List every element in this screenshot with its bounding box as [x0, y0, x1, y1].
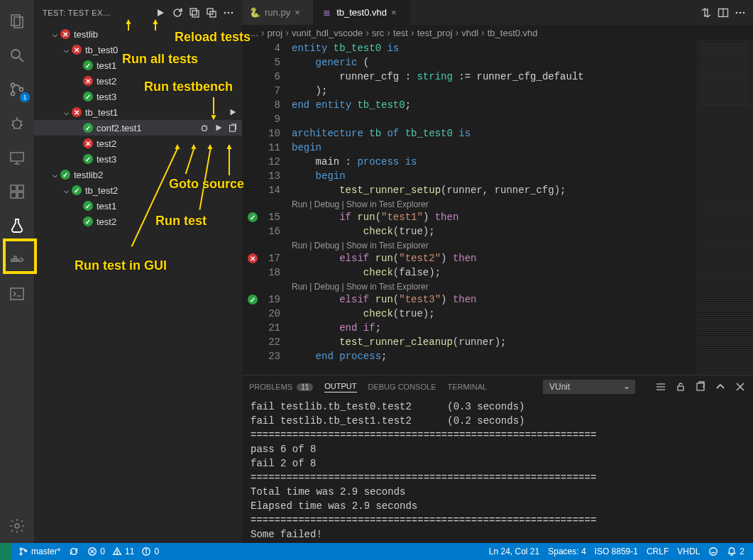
- tree-row[interactable]: ⌵✕tb_test0: [34, 42, 242, 57]
- ab-explorer-icon[interactable]: [0, 4, 34, 38]
- code-line[interactable]: 5 generic (: [263, 55, 753, 70]
- tree-row[interactable]: ✓test3: [34, 151, 242, 167]
- sb-eol[interactable]: CRLF: [642, 543, 673, 560]
- ab-extensions-icon[interactable]: [0, 175, 34, 209]
- code-line[interactable]: 19 elsif run("test3") then: [263, 292, 753, 307]
- breadcrumb-item[interactable]: ...: [251, 28, 258, 38]
- debug-test-icon[interactable]: [199, 123, 209, 133]
- code-line[interactable]: 17 elsif run("test2") then: [263, 251, 753, 265]
- codelens[interactable]: Run | Debug | Show in Test Explorer: [263, 238, 753, 251]
- sb-remote-icon[interactable]: [0, 543, 11, 560]
- collapse-icon[interactable]: [187, 5, 202, 21]
- minimap[interactable]: [696, 40, 753, 375]
- code-line[interactable]: 18 check(false);: [263, 265, 753, 280]
- code-line[interactable]: 6 runner_cfg : string := runner_cfg_defa…: [263, 70, 753, 84]
- code-line[interactable]: 4entity tb_test0 is: [263, 41, 753, 55]
- breadcrumb-item[interactable]: proj: [268, 28, 283, 38]
- breadcrumb-item[interactable]: src: [372, 28, 384, 38]
- code-line[interactable]: 8end entity tb_test0;: [263, 98, 753, 112]
- breadcrumb[interactable]: ...›proj›vunit_hdl_vscode›src›test›test_…: [242, 25, 753, 40]
- code-line[interactable]: 13 begin: [263, 169, 753, 183]
- code-line[interactable]: 9: [263, 112, 753, 126]
- problems-count: 11: [297, 383, 313, 391]
- panel-close-icon[interactable]: [735, 381, 746, 392]
- breadcrumb-item[interactable]: vhdl: [461, 28, 478, 38]
- goto-source-icon[interactable]: [228, 123, 238, 133]
- panel-maximize-icon[interactable]: [715, 381, 726, 392]
- breadcrumb-item[interactable]: test: [393, 28, 408, 38]
- ab-search-icon[interactable]: [0, 38, 34, 72]
- sb-notifications[interactable]: 2: [722, 543, 749, 560]
- code-line[interactable]: 10architecture tb of tb_test0 is: [263, 126, 753, 141]
- tree-row[interactable]: ⌵✓testlib2: [34, 167, 242, 182]
- compare-icon[interactable]: [700, 7, 712, 18]
- sb-lncol[interactable]: Ln 24, Col 21: [485, 543, 544, 560]
- sb-branch[interactable]: master*: [14, 543, 65, 560]
- ab-docker-icon[interactable]: [0, 243, 34, 277]
- split-icon[interactable]: [718, 7, 729, 18]
- tree-row[interactable]: ✓test3: [34, 89, 242, 104]
- sb-problems[interactable]: 0 11 0: [83, 543, 163, 560]
- codelens[interactable]: Run | Debug | Show in Test Explorer: [263, 197, 753, 210]
- tree-row[interactable]: ✓test1: [34, 57, 242, 73]
- codelens[interactable]: Run | Debug | Show in Test Explorer: [263, 280, 753, 292]
- tree-row[interactable]: ⌵✕tb_test1: [34, 104, 242, 120]
- close-icon[interactable]: ×: [391, 7, 402, 18]
- run-testbench-icon[interactable]: [228, 107, 238, 117]
- run-test-icon[interactable]: [214, 123, 224, 133]
- sb-encoding[interactable]: ISO 8859-1: [590, 543, 642, 560]
- panel-tab-output[interactable]: OUTPUT: [324, 382, 356, 392]
- output-body[interactable]: fail testlib.tb_test0.test2 (0.3 seconds…: [242, 398, 753, 543]
- panel-openlog-icon[interactable]: [695, 381, 706, 392]
- output-channel-select[interactable]: VUnit: [543, 380, 635, 394]
- tree-row[interactable]: ✓test1: [34, 198, 242, 214]
- panel-lock-icon[interactable]: [675, 381, 686, 392]
- ab-console-icon[interactable]: [0, 277, 34, 311]
- code-line[interactable]: 21 end if;: [263, 321, 753, 335]
- tree-row[interactable]: ✓test2: [34, 214, 242, 229]
- sb-feedback-icon[interactable]: [704, 543, 722, 560]
- panel-tab-terminal[interactable]: TERMINAL: [447, 383, 487, 391]
- ab-settings-icon[interactable]: [0, 509, 34, 543]
- test-tree[interactable]: ⌵✕testlib⌵✕tb_test0✓test1✕test2✓test3⌵✕t…: [34, 25, 242, 543]
- code-line[interactable]: 11begin: [263, 141, 753, 155]
- tree-row[interactable]: ⌵✓tb_test2: [34, 182, 242, 198]
- tree-row[interactable]: ✕test2: [34, 136, 242, 151]
- tab-more-icon[interactable]: [735, 7, 746, 18]
- pass-icon: ✓: [82, 91, 94, 102]
- ab-remote-icon[interactable]: [0, 141, 34, 175]
- tab-tb_test0.vhd[interactable]: ≣tb_test0.vhd×: [314, 0, 410, 25]
- svg-rect-14: [18, 185, 23, 191]
- run-all-icon[interactable]: [153, 5, 168, 21]
- sb-lang[interactable]: VHDL: [673, 543, 704, 560]
- tree-row[interactable]: ✓conf2.test1: [34, 120, 242, 136]
- code-line[interactable]: 12 main : process is: [263, 155, 753, 169]
- panel-tab-debug[interactable]: DEBUG CONSOLE: [368, 383, 436, 391]
- code-line[interactable]: 23 end process;: [263, 349, 753, 363]
- close-icon[interactable]: ×: [295, 7, 306, 18]
- expand-icon[interactable]: [204, 5, 219, 21]
- sidebar-header: TEST: TEST EX...: [34, 0, 242, 25]
- code-line[interactable]: 15 if run("test1") then: [263, 210, 753, 224]
- more-icon[interactable]: [221, 5, 236, 21]
- sb-spaces[interactable]: Spaces: 4: [544, 543, 590, 560]
- tree-row[interactable]: ⌵✕testlib: [34, 26, 242, 42]
- breadcrumb-item[interactable]: test_proj: [417, 28, 453, 38]
- reload-icon[interactable]: [170, 5, 185, 21]
- breadcrumb-item[interactable]: tb_test0.vhd: [488, 28, 538, 38]
- code-line[interactable]: 20 check(true);: [263, 307, 753, 321]
- sb-sync-icon[interactable]: [65, 543, 83, 560]
- ab-scm-icon[interactable]: 1: [0, 72, 34, 106]
- panel-clear-icon[interactable]: [655, 381, 666, 392]
- tree-row[interactable]: ✕test2: [34, 73, 242, 89]
- tab-run.py[interactable]: 🐍run.py×: [242, 0, 314, 25]
- ab-testing-icon[interactable]: [0, 209, 34, 243]
- panel-tab-problems[interactable]: PROBLEMS 11: [249, 383, 313, 391]
- code-line[interactable]: 16 check(true);: [263, 224, 753, 238]
- code-line[interactable]: 22 test_runner_cleanup(runner);: [263, 335, 753, 349]
- breadcrumb-item[interactable]: vunit_hdl_vscode: [292, 28, 363, 38]
- ab-debug-icon[interactable]: [0, 106, 34, 141]
- code-editor[interactable]: ✓✕✓ 4entity tb_test0 is5 generic (6 runn…: [242, 40, 753, 375]
- code-line[interactable]: 14 test_runner_setup(runner, runner_cfg)…: [263, 183, 753, 197]
- code-line[interactable]: 7 );: [263, 84, 753, 98]
